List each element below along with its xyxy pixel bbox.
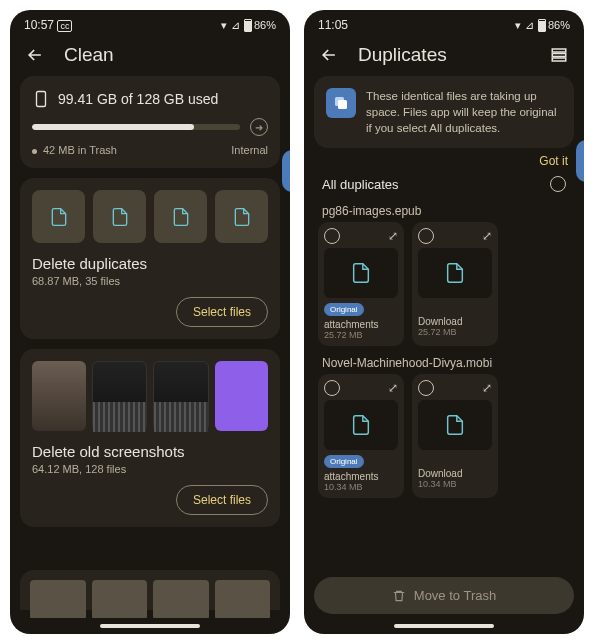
app-bar: Clean [10,36,290,76]
tile-folder: attachments [324,471,398,482]
group-title: Novel-Machinehood-Divya.mobi [314,352,574,374]
select-all-checkbox[interactable] [550,176,566,192]
svg-rect-5 [338,100,347,109]
duplicate-tile[interactable]: ⤢ Original attachments 10.34 MB [318,374,404,498]
tile-folder: Download [418,468,492,479]
file-icon [350,412,372,438]
duplicate-tile[interactable]: ⤢ Download 25.72 MB [412,222,498,346]
duplicate-thumb[interactable] [154,190,207,243]
duplicate-tile[interactable]: ⤢ Download 10.34 MB [412,374,498,498]
next-card-peek[interactable] [20,570,280,610]
screenshots-heading: Delete old screenshots [32,443,268,460]
status-bar: 11:05 ▾ ⊿ 86% [304,10,584,36]
back-button[interactable] [24,44,46,66]
all-duplicates-label: All duplicates [322,177,399,192]
screenshot-thumb[interactable] [153,361,209,431]
tile-folder: attachments [324,319,398,330]
battery-indicator: 86% [538,19,570,32]
bottom-action-label: Move to Trash [414,588,496,603]
move-to-trash-button[interactable]: Move to Trash [314,577,574,614]
back-button[interactable] [318,44,340,66]
file-icon [232,205,252,229]
tile-checkbox[interactable] [324,380,340,396]
tile-size: 25.72 MB [418,327,492,337]
tile-size: 25.72 MB [324,330,398,340]
storage-card[interactable]: 99.41 GB of 128 GB used ➜ 42 MB in Trash… [20,76,280,168]
duplicate-thumb[interactable] [93,190,146,243]
duplicates-subtitle: 68.87 MB, 35 files [32,275,268,287]
duplicate-icon [326,88,356,118]
wifi-icon: ▾ [221,19,227,32]
screenshots-subtitle: 64.12 MB, 128 files [32,463,268,475]
delete-duplicates-card: Delete duplicates 68.87 MB, 35 files Sel… [20,178,280,339]
tile-folder: Download [418,316,492,327]
expand-icon[interactable]: ⤢ [388,229,398,243]
gesture-bar[interactable] [100,624,200,628]
file-icon [171,205,191,229]
original-badge: Original [324,455,364,468]
phone-icon [32,88,50,110]
screenshot-thumb[interactable] [92,361,148,431]
duplicates-heading: Delete duplicates [32,255,268,272]
banner-text: These identical files are taking up spac… [366,88,562,136]
view-toggle-button[interactable] [548,44,570,66]
clock: 10:57 [24,18,54,32]
duplicate-tile[interactable]: ⤢ Original attachments 25.72 MB [318,222,404,346]
assist-edge-handle[interactable] [282,150,290,192]
delete-screenshots-card: Delete old screenshots 64.12 MB, 128 fil… [20,349,280,527]
info-banner: These identical files are taking up spac… [314,76,574,148]
trash-icon [392,589,406,603]
tile-checkbox[interactable] [418,380,434,396]
svg-rect-3 [552,58,566,61]
duplicate-thumb[interactable] [32,190,85,243]
svg-rect-2 [552,54,566,57]
cc-icon: cc [57,20,72,32]
screenshot-thumb[interactable] [32,361,86,431]
duplicate-thumb[interactable] [215,190,268,243]
group-title: pg86-images.epub [314,200,574,222]
tile-checkbox[interactable] [324,228,340,244]
select-files-button[interactable]: Select files [176,485,268,515]
svg-rect-1 [552,49,566,52]
file-icon [49,205,69,229]
page-title: Clean [64,44,114,66]
status-bar: 10:57 cc ▾ ⊿ 86% [10,10,290,36]
screen-clean: 10:57 cc ▾ ⊿ 86% Clean 99.41 GB of 128 G… [10,10,290,634]
select-all-row[interactable]: All duplicates [314,168,574,200]
tile-checkbox[interactable] [418,228,434,244]
gesture-bar[interactable] [394,624,494,628]
wifi-icon: ▾ [515,19,521,32]
expand-icon[interactable]: ⤢ [482,229,492,243]
trash-size: 42 MB in Trash [32,144,117,156]
file-icon [350,260,372,286]
file-icon [444,260,466,286]
expand-icon[interactable]: ⤢ [482,381,492,395]
storage-used-text: 99.41 GB of 128 GB used [58,91,218,107]
clock: 11:05 [318,18,348,32]
storage-details-button[interactable]: ➜ [250,118,268,136]
expand-icon[interactable]: ⤢ [388,381,398,395]
original-badge: Original [324,303,364,316]
signal-icon: ⊿ [525,19,534,32]
signal-icon: ⊿ [231,19,240,32]
file-icon [444,412,466,438]
svg-rect-0 [37,92,46,107]
screen-duplicates: 11:05 ▾ ⊿ 86% Duplicates These identical… [304,10,584,634]
screenshot-thumb[interactable] [215,361,269,431]
tile-size: 10.34 MB [324,482,398,492]
assist-edge-handle[interactable] [576,140,584,182]
file-icon [110,205,130,229]
battery-indicator: 86% [244,19,276,32]
storage-location: Internal [231,144,268,156]
page-title: Duplicates [358,44,447,66]
storage-progress [32,124,240,130]
banner-dismiss[interactable]: Got it [314,154,574,168]
select-files-button[interactable]: Select files [176,297,268,327]
tile-size: 10.34 MB [418,479,492,489]
app-bar: Duplicates [304,36,584,76]
